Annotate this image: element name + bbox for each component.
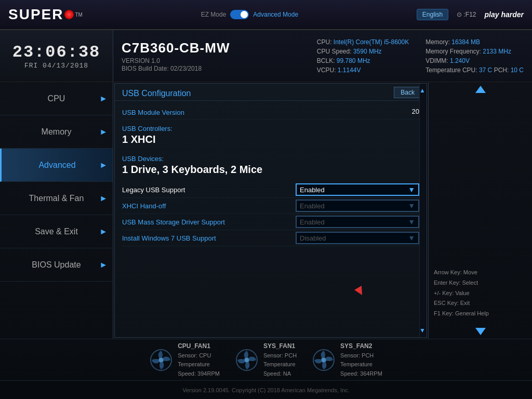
bclk-spec: BCLK: 99.780 MHz — [317, 57, 409, 64]
config-row-dropdown: Enabled▼ — [296, 200, 419, 212]
dropdown-arrow-icon: ▼ — [408, 185, 415, 194]
config-row-name: XHCI Hand-off — [122, 202, 166, 210]
scroll-down-button[interactable]: ▼ — [419, 327, 425, 334]
fan-item: SYS_FAN2Sensor: PCHTemperatureSpeed: 364… — [312, 341, 382, 379]
sidebar-item-thermal[interactable]: Thermal & Fan ► — [0, 182, 113, 215]
config-row[interactable]: XHCI Hand-offEnabled▼ — [122, 198, 419, 214]
usb-module-label: USB Module Version — [122, 109, 184, 116]
sidebar-item-cpu[interactable]: CPU ► — [0, 82, 113, 115]
dropdown-value: Enabled — [300, 186, 325, 194]
specs-col-right: Memory: 16384 MB Memory Frequency: 2133 … — [417, 30, 532, 82]
panel-title: USB Configuration — [115, 84, 427, 101]
logo: SUPERTM — [8, 6, 83, 23]
right-help-panel: Arrow Key: MoveEnter Key: Select+/- Key:… — [428, 82, 532, 339]
mode-switch[interactable] — [230, 10, 249, 19]
scroll-bar: ▲ ▼ — [419, 84, 427, 337]
svg-point-5 — [245, 358, 249, 362]
f12-label: ⊙ :F12 — [457, 11, 476, 18]
language-button[interactable]: English — [417, 9, 448, 20]
fan-item: SYS_FAN1Sensor: PCHTemperatureSpeed: NA — [235, 341, 297, 379]
vcpu-spec: VCPU: 1.1144V — [317, 66, 409, 74]
clock-time: 23:06:38 — [12, 43, 101, 62]
svg-point-8 — [322, 358, 326, 362]
cpu-speed-spec: CPU Speed: 3590 MHz — [317, 48, 409, 55]
ez-mode-label: EZ Mode — [201, 11, 227, 18]
fan-info: SYS_FAN2Sensor: PCHTemperatureSpeed: 364… — [340, 341, 382, 379]
sidebar-label-memory: Memory — [42, 127, 72, 137]
config-row-name: Install Windows 7 USB Support — [122, 234, 216, 242]
sidebar-label-thermal: Thermal & Fan — [29, 194, 84, 203]
toggle-knob — [241, 11, 248, 18]
dropdown-arrow-icon: ▼ — [408, 234, 415, 242]
cursor-arrow — [354, 286, 366, 297]
chevron-icon-cpu: ► — [99, 94, 108, 103]
fan-icon — [235, 349, 258, 371]
help-line: Arrow Key: Move — [434, 268, 527, 278]
scroll-up-button[interactable]: ▲ — [419, 87, 425, 94]
vdimm-spec: VDIMM: 1.240V — [425, 57, 524, 64]
arrow-up-icon — [475, 86, 486, 93]
fan-icon — [150, 349, 172, 371]
header: SUPERTM EZ Mode Advanced Mode English ⊙ … — [0, 0, 532, 30]
fan-item: CPU_FAN1Sensor: CPUTemperatureSpeed: 394… — [150, 341, 220, 379]
help-line: Enter Key: Select — [434, 278, 527, 288]
help-content: Arrow Key: MoveEnter Key: Select+/- Key:… — [429, 97, 532, 324]
chevron-icon-bios-update: ► — [99, 260, 108, 270]
help-line: ESC Key: Exit — [434, 298, 527, 309]
clock-date: FRI 04/13/2018 — [24, 62, 88, 70]
cpu-spec: CPU: Intel(R) Core(TM) i5-8600K — [317, 38, 409, 46]
usb-config-section: USB Module Version 20 USB Controllers: 1… — [115, 101, 427, 249]
config-row-name: Legacy USB Support — [122, 186, 185, 194]
right-scroll-up[interactable] — [429, 82, 532, 97]
sidebar-label-advanced: Advanced — [38, 161, 75, 170]
dropdown-arrow-icon: ▼ — [408, 202, 415, 210]
config-row-dropdown: Disabled▼ — [296, 232, 419, 244]
sidebar-label-save-exit: Save & Exit — [35, 227, 78, 236]
sidebar-item-bios-update[interactable]: BIOS Update ► — [0, 248, 113, 282]
config-row[interactable]: Legacy USB SupportEnabled▼ — [122, 182, 419, 198]
sidebar-label-cpu: CPU — [48, 94, 65, 103]
board-name: C7B360-CB-MW — [122, 40, 300, 56]
dropdown-value: Disabled — [300, 234, 326, 242]
fan-bar: CPU_FAN1Sensor: CPUTemperatureSpeed: 394… — [0, 339, 532, 380]
dropdown-value: Enabled — [300, 202, 325, 210]
help-line: F1 Key: General Help — [434, 309, 527, 319]
right-scroll-down[interactable] — [429, 324, 532, 339]
fan-info: CPU_FAN1Sensor: CPUTemperatureSpeed: 394… — [178, 341, 220, 379]
arrow-down-icon — [475, 328, 486, 335]
specs-col-left: CPU: Intel(R) Core(TM) i5-8600K CPU Spee… — [309, 30, 417, 82]
clock-section: 23:06:38 FRI 04/13/2018 — [0, 30, 113, 82]
chevron-icon-advanced: ► — [99, 161, 108, 170]
fan-name: SYS_FAN1 — [263, 342, 295, 350]
chevron-icon-memory: ► — [99, 127, 108, 137]
config-row[interactable]: Install Windows 7 USB SupportDisabled▼ — [122, 230, 419, 246]
footer: Version 2.19.0045. Copyright (C) 2018 Am… — [0, 380, 532, 399]
usb-config-panel: Back ▲ ▼ USB Configuration USB Module Ve… — [114, 83, 427, 338]
footer-text: Version 2.19.0045. Copyright (C) 2018 Am… — [182, 387, 350, 393]
fan-name: CPU_FAN1 — [178, 342, 210, 350]
usb-devices-val: 1 Drive, 3 Keyboards, 2 Mice — [122, 164, 419, 176]
fan-name: SYS_FAN2 — [340, 342, 372, 350]
back-button[interactable]: Back — [394, 87, 421, 98]
sidebar-label-bios-update: BIOS Update — [32, 260, 81, 270]
help-line: +/- Key: Value — [434, 288, 527, 299]
config-row-dropdown[interactable]: Enabled▼ — [296, 183, 419, 196]
usb-controllers-val: 1 XHCI — [122, 134, 419, 145]
logo-text: SUPER — [8, 6, 63, 23]
fan-info: SYS_FAN1Sensor: PCHTemperatureSpeed: NA — [263, 341, 297, 379]
chevron-icon-save-exit: ► — [99, 227, 108, 236]
config-rows: Legacy USB SupportEnabled▼XHCI Hand-offE… — [122, 182, 419, 246]
sidebar-item-advanced[interactable]: Advanced ► — [0, 149, 113, 182]
logo-dot — [64, 10, 74, 19]
sidebar-item-memory[interactable]: Memory ► — [0, 115, 113, 149]
board-bios-date: BIOS Build Date: 02/23/2018 — [122, 65, 300, 72]
config-row[interactable]: USB Mass Storage Driver SupportEnabled▼ — [122, 214, 419, 230]
temp-spec: Temperature CPU: 37 C PCH: 10 C — [425, 66, 524, 74]
memory-spec: Memory: 16384 MB — [425, 38, 524, 46]
header-right: English ⊙ :F12 play harder — [417, 9, 524, 20]
fan-icon — [312, 349, 335, 371]
mem-freq-spec: Memory Frequency: 2133 MHz — [425, 48, 524, 55]
logo-tm: TM — [75, 12, 82, 18]
board-version: VERSION 1.0 — [122, 57, 300, 64]
sidebar-item-save-exit[interactable]: Save & Exit ► — [0, 215, 113, 248]
